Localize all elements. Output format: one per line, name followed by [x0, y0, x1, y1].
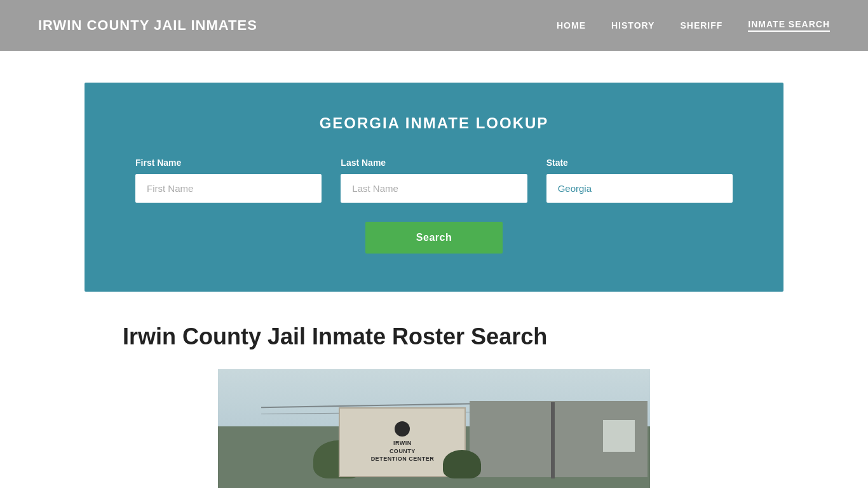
- image-building-window: [603, 420, 635, 452]
- jail-image: IRWINCOUNTYDETENTION CENTER: [218, 369, 650, 488]
- search-button[interactable]: Search: [365, 222, 503, 254]
- state-group: State: [546, 158, 733, 203]
- image-building: [470, 401, 648, 477]
- main-content: Irwin County Jail Inmate Roster Search I…: [85, 323, 783, 488]
- last-name-group: Last Name: [341, 158, 527, 203]
- image-sign-text: IRWINCOUNTYDETENTION CENTER: [371, 439, 435, 463]
- last-name-input[interactable]: [341, 174, 527, 203]
- nav: HOME HISTORY SHERIFF INMATE SEARCH: [557, 19, 830, 32]
- nav-history[interactable]: HISTORY: [611, 20, 654, 30]
- image-bush-2: [443, 450, 481, 478]
- image-sign-logo: [395, 421, 410, 437]
- search-form-title: GEORGIA INMATE LOOKUP: [135, 114, 733, 132]
- state-label: State: [546, 158, 733, 168]
- search-section: GEORGIA INMATE LOOKUP First Name Last Na…: [85, 83, 783, 292]
- last-name-label: Last Name: [341, 158, 527, 168]
- image-pole: [551, 402, 555, 478]
- nav-sheriff[interactable]: SHERIFF: [680, 20, 722, 30]
- header: IRWIN COUNTY JAIL INMATES HOME HISTORY S…: [0, 0, 868, 51]
- nav-home[interactable]: HOME: [557, 20, 586, 30]
- first-name-input[interactable]: [135, 174, 322, 203]
- form-row: First Name Last Name State: [135, 158, 733, 203]
- first-name-label: First Name: [135, 158, 322, 168]
- site-title: IRWIN COUNTY JAIL INMATES: [38, 17, 257, 34]
- search-button-row: Search: [135, 222, 733, 254]
- jail-image-container: IRWINCOUNTYDETENTION CENTER: [218, 369, 650, 488]
- section-title: Irwin County Jail Inmate Roster Search: [123, 323, 745, 350]
- nav-inmate-search[interactable]: INMATE SEARCH: [748, 19, 830, 32]
- first-name-group: First Name: [135, 158, 322, 203]
- state-input[interactable]: [546, 174, 733, 203]
